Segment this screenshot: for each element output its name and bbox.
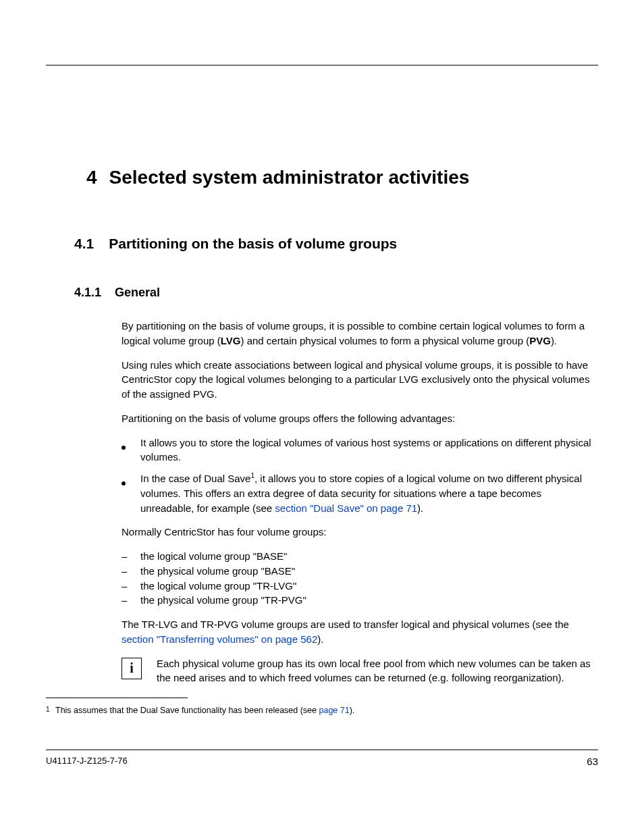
list-item: – the physical volume group "BASE"	[122, 564, 595, 579]
bullet-list: It allows you to store the logical volum…	[122, 436, 595, 516]
paragraph: Using rules which create associations be…	[122, 358, 595, 402]
chapter-number: 4	[86, 167, 97, 188]
footnote: 1 This assumes that the Dual Save functi…	[46, 705, 598, 717]
footer-rule	[46, 750, 598, 750]
chapter-title: 4Selected system administrator activitie…	[86, 167, 598, 188]
link-dual-save[interactable]: section "Dual Save" on page 71	[275, 502, 417, 514]
list-item: It allows you to store the logical volum…	[122, 436, 595, 465]
dash-icon: –	[122, 593, 140, 608]
dash-list: – the logical volume group "BASE" – the …	[122, 549, 595, 608]
term-lvg: LVG	[221, 335, 241, 346]
paragraph: By partitioning on the basis of volume g…	[122, 319, 595, 348]
link-page-71[interactable]: page 71	[319, 706, 350, 715]
section-number: 4.1	[74, 236, 94, 252]
dash-icon: –	[122, 579, 140, 594]
dash-icon: –	[122, 549, 140, 564]
list-item: In the case of Dual Save1, it allows you…	[122, 471, 595, 515]
term-pvg: PVG	[529, 335, 551, 346]
paragraph: Partitioning on the basis of volume grou…	[122, 411, 595, 426]
chapter-title-text: Selected system administrator activities	[109, 167, 470, 188]
doc-id: U41117-J-Z125-7-76	[46, 756, 128, 767]
paragraph: Normally CentricStor has four volume gro…	[122, 525, 595, 540]
footnote-rule	[46, 698, 188, 698]
subsection-number: 4.1.1	[74, 286, 101, 300]
info-icon: i	[122, 658, 142, 679]
list-item: – the physical volume group "TR-PVG"	[122, 593, 595, 608]
subsection-title-text: General	[115, 286, 160, 299]
section-title: 4.1Partitioning on the basis of volume g…	[74, 236, 598, 252]
link-transferring-volumes[interactable]: section "Transferring volumes" on page 5…	[122, 633, 317, 645]
bullet-icon	[122, 471, 140, 515]
list-item: – the logical volume group "TR-LVG"	[122, 579, 595, 594]
page-number: 63	[587, 756, 598, 767]
bullet-icon	[122, 436, 140, 465]
paragraph: The TR-LVG and TR-PVG volume groups are …	[122, 617, 595, 647]
info-note: i Each physical volume group has its own…	[122, 656, 595, 686]
footnote-marker: 1	[46, 705, 55, 717]
section-title-text: Partitioning on the basis of volume grou…	[109, 236, 397, 251]
list-item: – the logical volume group "BASE"	[122, 549, 595, 564]
info-text: Each physical volume group has its own l…	[157, 656, 595, 686]
subsection-title: 4.1.1General	[74, 286, 598, 300]
header-rule	[46, 65, 598, 65]
page-footer: U41117-J-Z125-7-76 63	[46, 750, 598, 767]
dash-icon: –	[122, 564, 140, 579]
